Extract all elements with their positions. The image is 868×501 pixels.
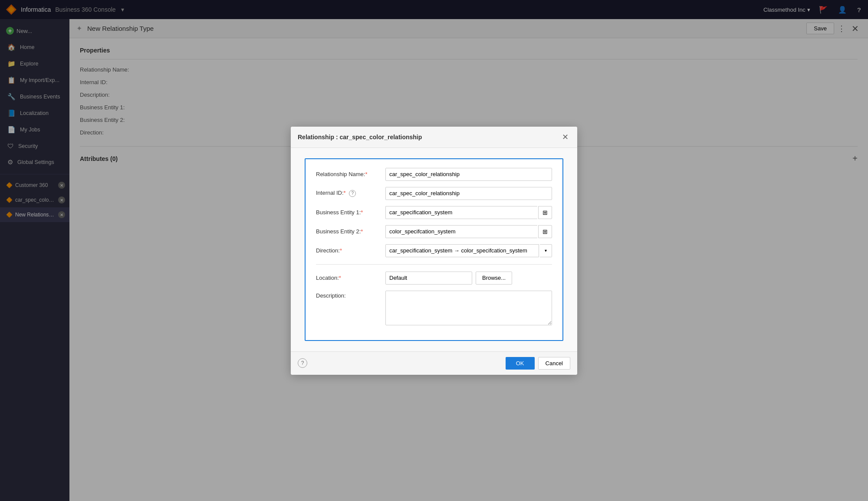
description-textarea[interactable] [385,291,552,325]
modal-dialog: Relationship : car_spec_color_relationsh… [291,127,577,375]
modal-form-container: Relationship Name:* Internal ID:* ? Busi… [305,158,563,341]
form-row-entity2: Business Entity 2:* ⊞ [316,225,552,238]
browse-button[interactable]: Browse... [476,272,512,285]
form-label-entity1: Business Entity 1:* [316,209,385,216]
required-star-entity1: * [361,209,363,216]
direction-select[interactable]: car_specification_system → color_specifc… [385,244,539,257]
form-label-direction: Direction:* [316,247,385,254]
form-label-description: Description: [316,291,385,299]
internal-id-help-icon[interactable]: ? [349,190,356,197]
footer-right: OK Cancel [506,357,570,370]
cancel-button[interactable]: Cancel [538,357,570,370]
required-star-entity2: * [361,228,363,235]
required-star-name: * [365,171,367,177]
form-row-location: Location:* Browse... [316,272,552,285]
form-row-relationship-name: Relationship Name:* [316,168,552,181]
direction-select-group: car_specification_system → color_specifc… [385,244,552,257]
form-label-entity2: Business Entity 2:* [316,228,385,235]
form-row-internal-id: Internal ID:* ? [316,187,552,200]
entity2-input-group: ⊞ [385,225,552,238]
required-star-id: * [344,190,346,196]
modal-help-button[interactable]: ? [298,358,307,368]
modal-overlay: Relationship : car_spec_color_relationsh… [0,0,868,501]
required-star-direction: * [340,247,342,254]
required-star-location: * [339,275,341,281]
ok-button[interactable]: OK [506,357,535,370]
form-row-direction: Direction:* car_specification_system → c… [316,244,552,257]
relationship-name-input[interactable] [385,168,552,181]
form-label-location: Location:* [316,275,385,281]
entity2-input[interactable] [385,225,537,238]
form-label-relationship-name: Relationship Name:* [316,171,385,177]
modal-close-button[interactable]: ✕ [560,132,570,142]
form-row-entity1: Business Entity 1:* ⊞ [316,206,552,219]
entity1-picker-button[interactable]: ⊞ [538,206,552,219]
form-divider [316,264,552,265]
direction-dropdown-button[interactable]: ▾ [540,244,552,257]
modal-body: Relationship Name:* Internal ID:* ? Busi… [291,148,577,351]
modal-footer: ? OK Cancel [291,351,577,375]
entity1-input[interactable] [385,206,537,219]
footer-left: ? [298,358,307,368]
form-row-description: Description: [316,291,552,325]
internal-id-input[interactable] [385,187,552,200]
location-input[interactable] [385,272,472,285]
modal-help-icon: ? [301,360,304,366]
entity1-input-group: ⊞ [385,206,552,219]
modal-title: Relationship : car_spec_color_relationsh… [298,134,422,141]
modal-header: Relationship : car_spec_color_relationsh… [291,127,577,148]
entity2-picker-button[interactable]: ⊞ [538,225,552,238]
form-label-internal-id: Internal ID:* ? [316,190,385,197]
